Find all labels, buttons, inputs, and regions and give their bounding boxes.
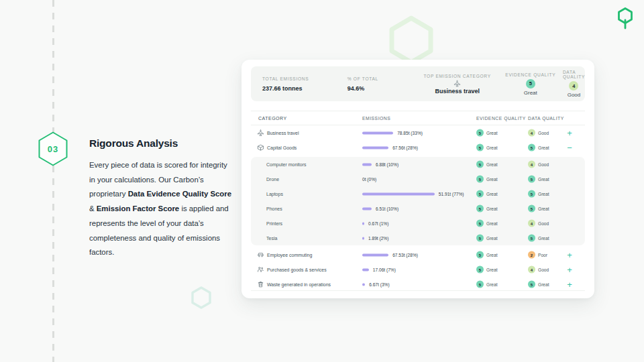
data-quality-cell: 4Good <box>528 129 549 137</box>
emissions-cell: 6.88t (10%) <box>362 162 398 167</box>
card-bottom-divider <box>251 290 585 291</box>
quality-label: Great <box>538 282 549 287</box>
evidence-quality-cell: 5Great <box>476 144 498 152</box>
summary-label: TOTAL EMISSIONS <box>262 76 309 81</box>
expand-button[interactable]: + <box>564 250 576 260</box>
emissions-value: 6.51t (10%) <box>376 206 398 211</box>
table-row: Capital Goods67.56t (28%)5Great5Great− <box>251 140 585 155</box>
quality-score-badge: 5 <box>528 235 535 242</box>
quality-score-badge: 5 <box>476 161 484 168</box>
collapse-button[interactable]: − <box>564 143 576 153</box>
subcategory-label: Computer monitors <box>266 162 307 167</box>
data-quality-cell: 5Great <box>528 190 549 198</box>
category-label: Waste generated in operations <box>267 282 331 287</box>
quality-label: Great <box>486 145 498 150</box>
data-quality-cell: 5Great <box>528 205 549 213</box>
summary-top-category: TOP EMISSION CATEGORY Business travel <box>417 66 498 101</box>
quality-label: Great <box>486 253 498 257</box>
evidence-quality-cell: 5Great <box>476 266 498 274</box>
category-label: Business travel <box>267 131 299 135</box>
expand-button[interactable]: + <box>564 128 576 138</box>
evidence-quality-cell: 5Great <box>476 235 498 242</box>
subcategory-label: Drone <box>266 177 279 182</box>
emissions-cell: 67.56t (28%) <box>362 145 418 150</box>
summary-bar: TOTAL EMISSIONS 237.66 tonnes % OF TOTAL… <box>251 66 585 101</box>
category-label: Employee commuting <box>267 253 312 257</box>
data-quality-cell: 4Good <box>528 266 549 274</box>
summary-pct-of-total: % OF TOTAL 94.6% <box>347 66 417 101</box>
summary-value: Great <box>524 90 537 96</box>
data-quality-cell: 4Good <box>528 220 549 227</box>
emissions-bar <box>362 237 364 239</box>
emissions-value: 6.88t (10%) <box>376 162 398 167</box>
emissions-bar <box>362 283 365 286</box>
body-text-span: & <box>89 204 97 213</box>
plane-icon <box>453 80 461 87</box>
quality-label: Great <box>486 267 498 272</box>
evidence-quality-cell: 5Great <box>476 190 498 198</box>
emissions-cell: 17.06t (7%) <box>362 267 396 272</box>
quality-score-badge: 4 <box>528 220 535 227</box>
quality-label: Great <box>486 177 498 182</box>
quality-score-badge: 5 <box>476 190 484 198</box>
section-body: Every piece of data is scored for integr… <box>89 158 233 260</box>
quality-score-badge: 5 <box>476 129 484 137</box>
evidence-quality-cell: 5Great <box>476 205 498 213</box>
table-row: Purchased goods & services17.06t (7%)5Gr… <box>251 262 585 277</box>
column-header-emissions: EMISSIONS <box>362 116 390 121</box>
emissions-cell: 78.85t (33%) <box>362 131 423 135</box>
quality-score-badge: 2 <box>528 251 535 259</box>
quality-score-badge: 5 <box>476 176 484 183</box>
quality-score-badge: 5 <box>528 281 535 288</box>
table-subrow: Printers0.67t (1%)5Great4Good <box>251 216 585 231</box>
emissions-value: 67.56t (28%) <box>392 145 418 150</box>
emissions-bar <box>362 207 372 210</box>
subcategory-panel: Computer monitors6.88t (10%)5Great4GoodD… <box>251 157 585 245</box>
evidence-quality-cell: 5Great <box>476 251 498 259</box>
evidence-quality-score-badge: 5 <box>526 79 535 88</box>
quality-label: Great <box>538 236 549 241</box>
quality-score-badge: 4 <box>528 129 535 137</box>
data-quality-cell: 2Poor <box>528 251 547 259</box>
hexagon-tree-logo-icon <box>616 7 634 29</box>
emissions-cell: 1.89t (2%) <box>362 236 388 241</box>
quality-label: Great <box>538 192 549 196</box>
quality-score-badge: 5 <box>476 205 484 213</box>
body-bold-text: Emission Factor Score <box>97 204 179 213</box>
table-subrow: Tesla1.89t (2%)5Great5Great <box>251 231 585 245</box>
summary-label: TOP EMISSION CATEGORY <box>424 74 491 78</box>
quality-label: Great <box>486 206 498 211</box>
quality-label: Great <box>538 206 549 211</box>
quality-score-badge: 5 <box>476 144 484 152</box>
quality-label: Great <box>486 162 498 167</box>
quality-score-badge: 5 <box>476 266 484 274</box>
table-row: Employee commuting67.53t (28%)5Great2Poo… <box>251 247 585 262</box>
plane-icon <box>257 129 264 137</box>
body-bold-text: Data Evidence Quality Score <box>128 190 231 198</box>
emissions-value: 78.85t (33%) <box>397 131 423 135</box>
evidence-quality-cell: 5Great <box>476 220 498 227</box>
column-header-category: CATEGORY <box>258 116 287 121</box>
box-icon <box>257 144 264 152</box>
emissions-cell: 67.53t (28%) <box>362 253 418 257</box>
emissions-bar <box>362 163 372 166</box>
emissions-bar <box>362 146 388 149</box>
table-subrow: Drone0t (0%)5Great5Great <box>251 172 585 186</box>
expand-button[interactable]: + <box>564 265 576 275</box>
table-subrow: Laptops51.91t (77%)5Great5Great <box>251 186 585 201</box>
emissions-cell: 0t (0%) <box>362 177 376 182</box>
table-body: Business travel78.85t (33%)5Great4Good+C… <box>251 125 585 292</box>
dashed-divider <box>52 0 54 362</box>
table-row: Business travel78.85t (33%)5Great4Good+ <box>251 125 585 140</box>
car-icon <box>257 251 264 259</box>
data-quality-cell: 5Great <box>528 176 549 183</box>
table-header: CATEGORY EMISSIONS EVIDENCE QUALITY DATA… <box>251 111 585 125</box>
category-label: Purchased goods & services <box>267 267 327 272</box>
emissions-value: 1.89t (2%) <box>368 236 388 241</box>
emissions-value: 17.06t (7%) <box>373 267 396 272</box>
data-quality-cell: 5Great <box>528 281 549 288</box>
emissions-value: 51.91t (77%) <box>439 192 464 196</box>
expand-button[interactable]: + <box>564 280 576 290</box>
emissions-bar <box>362 268 369 271</box>
quality-score-badge: 5 <box>476 235 484 242</box>
